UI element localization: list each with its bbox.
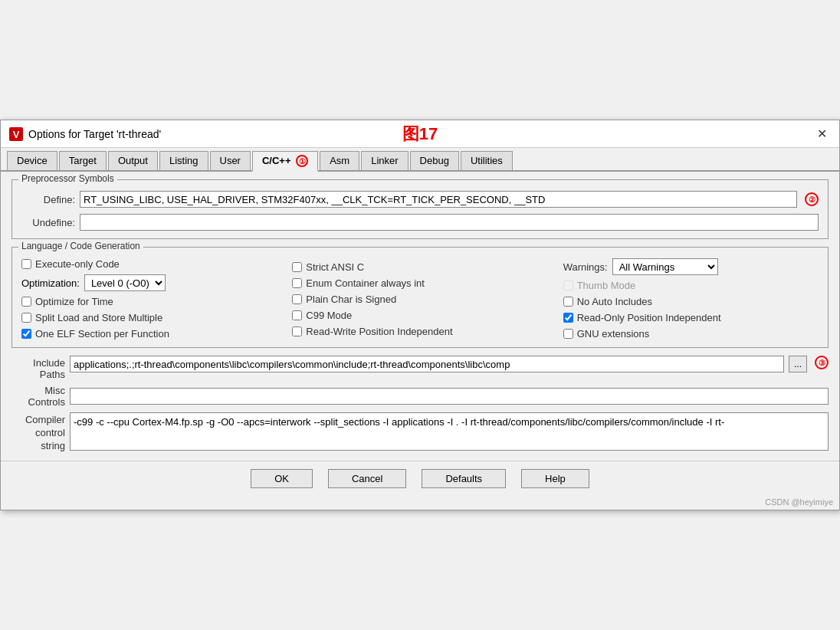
execute-only-row: Execute-only Code <box>21 258 277 270</box>
split-load-label: Split Load and Store Multiple <box>35 312 162 323</box>
optimization-row: Optimization: Level 0 (-O0) <box>21 274 277 291</box>
tab-debug[interactable]: Debug <box>410 151 459 170</box>
undefine-input[interactable] <box>80 214 819 231</box>
cancel-button[interactable]: Cancel <box>328 469 406 488</box>
tab-cpp-circle: ① <box>296 155 308 167</box>
tab-user[interactable]: User <box>210 151 251 170</box>
execute-only-label: Execute-only Code <box>35 258 120 270</box>
defaults-button[interactable]: Defaults <box>422 469 506 488</box>
app-icon: V <box>8 126 24 142</box>
read-write-pos-checkbox[interactable] <box>292 326 302 336</box>
c99-mode-checkbox[interactable] <box>563 313 573 323</box>
no-auto-includes-checkbox[interactable] <box>563 297 573 307</box>
enum-container-label: Enum Container always int <box>306 277 425 289</box>
gnu-ext-checkbox[interactable] <box>563 329 573 339</box>
preprocessor-title: Preprocessor Symbols <box>18 173 117 184</box>
c99-mode-row: Read-Only Position Independent <box>563 312 819 323</box>
compiler-string-row: Compiler control string -c99 -c --cpu Co… <box>11 412 829 453</box>
gnu-ext-row: GNU extensions <box>563 328 819 340</box>
define-label: Define: <box>21 194 75 205</box>
no-auto-includes-label: No Auto Includes <box>577 296 652 307</box>
define-circle: ② <box>805 192 819 206</box>
gnu-ext-label: GNU extensions <box>577 328 650 340</box>
col-mid: Strict ANSI C Enum Container always int … <box>292 261 547 337</box>
tab-cpp[interactable]: C/C++ ① <box>252 151 318 172</box>
undefine-row: Undefine: <box>21 214 819 231</box>
annotation-label: 图17 <box>402 123 438 146</box>
compiler-string-textarea[interactable]: -c99 -c --cpu Cortex-M4.fp.sp -g -O0 --a… <box>70 412 829 451</box>
tab-asm[interactable]: Asm <box>320 151 359 170</box>
include-paths-circle: ③ <box>815 356 829 369</box>
lang-group: Language / Code Generation Execute-only … <box>11 247 829 348</box>
misc-controls-input[interactable] <box>70 388 829 405</box>
svg-text:V: V <box>13 129 20 140</box>
define-row: Define: ② <box>21 191 819 208</box>
undefine-label: Undefine: <box>21 217 75 228</box>
include-paths-browse-button[interactable]: ... <box>789 356 807 372</box>
read-only-pos-checkbox[interactable] <box>292 310 302 320</box>
enum-container-checkbox[interactable] <box>292 278 302 288</box>
read-write-pos-label: Read-Write Position Independent <box>306 326 452 337</box>
warnings-select[interactable]: No Warnings All Warnings MISRA compatibl… <box>612 258 718 275</box>
watermark: CSDN @heyimiye <box>1 496 839 510</box>
c99-mode-label: Read-Only Position Independent <box>577 312 721 323</box>
read-only-pos-label: C99 Mode <box>306 310 352 321</box>
plain-char-label: Plain Char is Signed <box>306 294 396 305</box>
include-paths-label: Include Paths <box>11 356 65 380</box>
content-area: Preprocessor Symbols Define: ② Undefine:… <box>1 172 839 461</box>
tab-linker[interactable]: Linker <box>361 151 408 170</box>
optimize-time-row: Optimize for Time <box>21 296 277 307</box>
define-input[interactable] <box>80 191 797 208</box>
execute-only-checkbox[interactable] <box>21 259 31 269</box>
strict-ansi-row: Strict ANSI C <box>292 261 547 273</box>
optimize-time-checkbox[interactable] <box>21 297 31 307</box>
split-load-checkbox[interactable] <box>21 313 31 323</box>
col-right: Warnings: No Warnings All Warnings MISRA… <box>563 258 819 340</box>
thumb-mode-checkbox <box>563 281 573 290</box>
title-bar: V Options for Target 'rt-thread' 图17 ✕ <box>1 120 839 148</box>
one-elf-row: One ELF Section per Function <box>21 328 277 340</box>
footer: OK Cancel Defaults Help <box>1 461 839 496</box>
preprocessor-group: Preprocessor Symbols Define: ② Undefine: <box>11 179 829 239</box>
tab-utilities[interactable]: Utilities <box>461 151 513 170</box>
lang-title: Language / Code Generation <box>18 241 143 251</box>
tab-output[interactable]: Output <box>108 151 158 170</box>
warnings-label: Warnings: <box>563 261 608 273</box>
one-elf-checkbox[interactable] <box>21 329 31 339</box>
warnings-row: Warnings: No Warnings All Warnings MISRA… <box>563 258 819 275</box>
plain-char-checkbox[interactable] <box>292 294 302 304</box>
optimize-time-label: Optimize for Time <box>35 296 113 307</box>
no-auto-includes-row: No Auto Includes <box>563 296 819 307</box>
plain-char-row: Plain Char is Signed <box>292 294 547 305</box>
optimization-label: Optimization: <box>21 277 80 289</box>
enum-container-row: Enum Container always int <box>292 277 547 289</box>
one-elf-label: One ELF Section per Function <box>35 328 169 340</box>
include-paths-row: Include Paths ... ③ <box>11 356 829 380</box>
compiler-string-label: Compiler control string <box>11 412 65 453</box>
split-load-row: Split Load and Store Multiple <box>21 312 277 323</box>
thumb-mode-label: Thumb Mode <box>577 280 636 291</box>
col-left: Execute-only Code Optimization: Level 0 … <box>21 258 277 340</box>
thumb-mode-row: Thumb Mode <box>563 280 819 291</box>
read-write-pos-row: Read-Write Position Independent <box>292 326 547 337</box>
tab-device[interactable]: Device <box>7 151 57 170</box>
help-button[interactable]: Help <box>521 469 589 488</box>
close-button[interactable]: ✕ <box>812 125 832 143</box>
include-paths-input[interactable] <box>70 356 784 372</box>
strict-ansi-label: Strict ANSI C <box>306 261 364 273</box>
optimization-select[interactable]: Level 0 (-O0) <box>84 274 166 291</box>
misc-controls-row: Misc Controls <box>11 385 829 408</box>
tab-listing[interactable]: Listing <box>159 151 208 170</box>
misc-controls-label: Misc Controls <box>11 385 65 408</box>
read-only-pos-row: C99 Mode <box>292 310 547 321</box>
tab-bar: Device Target Output Listing User C/C++ … <box>1 148 839 172</box>
ok-button[interactable]: OK <box>251 469 313 488</box>
strict-ansi-checkbox[interactable] <box>292 262 302 272</box>
main-window: V Options for Target 'rt-thread' 图17 ✕ D… <box>0 120 840 510</box>
tab-target[interactable]: Target <box>59 151 107 170</box>
